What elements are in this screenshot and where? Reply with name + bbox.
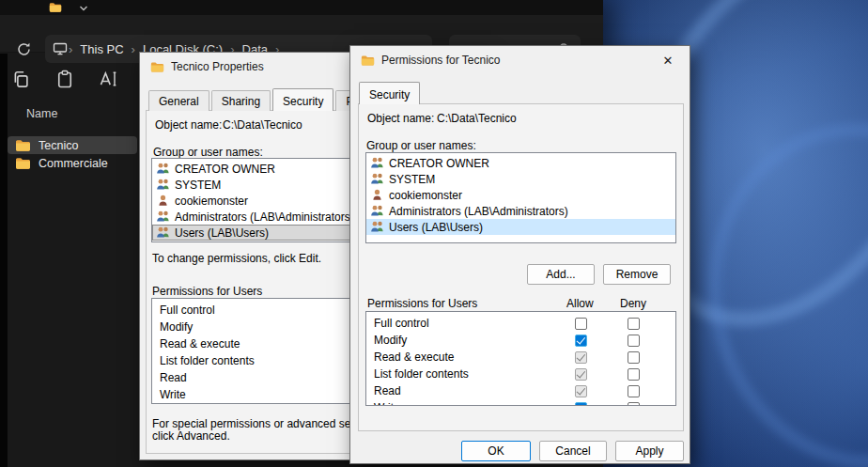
ok-button[interactable]: OK	[461, 441, 531, 461]
permissions-for-users-label: Permissions for Users	[152, 285, 262, 298]
group-icon	[370, 205, 384, 217]
account-name: SYSTEM	[175, 179, 221, 192]
permission-name: Read & execute	[160, 337, 240, 350]
account-name: Administrators (LAB\Administrators)	[175, 210, 354, 224]
account-row[interactable]: cookiemonster	[366, 187, 675, 203]
tab-sharing[interactable]: Sharing	[211, 90, 271, 111]
deny-checkbox[interactable]	[628, 385, 640, 397]
allow-column-header: Allow	[566, 297, 594, 310]
allow-checkbox[interactable]	[575, 368, 587, 381]
deny-checkbox[interactable]	[628, 402, 640, 407]
remove-button[interactable]: Remove	[603, 264, 671, 285]
deny-checkbox[interactable]	[628, 351, 640, 364]
group-user-names-label: Group or user names:	[366, 139, 476, 152]
copy-icon	[11, 70, 30, 88]
window-left-edge	[0, 54, 8, 467]
object-name-value: C:\Data\Tecnico	[223, 118, 302, 132]
permission-name: Modify	[374, 334, 407, 347]
object-name-value: C:\Data\Tecnico	[437, 112, 517, 125]
account-row[interactable]: SYSTEM	[366, 171, 675, 187]
folder-icon	[150, 61, 164, 73]
deny-column-header: Deny	[620, 297, 646, 310]
permission-name: Write	[374, 401, 400, 406]
permission-row: Read	[366, 382, 675, 399]
chevron-down-icon[interactable]	[79, 5, 88, 12]
advanced-hint-line1: For special permissions or advanced sett…	[152, 417, 372, 430]
group-icon	[156, 226, 170, 239]
object-name-label: Object name:	[367, 112, 434, 125]
edit-hint-text: To change permissions, click Edit.	[152, 252, 321, 265]
group-user-names-label: Group or user names:	[153, 146, 263, 159]
paste-icon	[55, 70, 74, 88]
account-name: Administrators (LAB\Administrators)	[389, 205, 568, 218]
account-row[interactable]: CREATOR OWNER	[366, 155, 675, 171]
permission-name: Write	[160, 388, 186, 401]
apply-button[interactable]: Apply	[615, 441, 684, 461]
tab-general[interactable]: General	[148, 90, 209, 111]
file-row-commerciale[interactable]: Commerciale	[8, 154, 137, 172]
deny-checkbox[interactable]	[628, 368, 640, 381]
account-name: SYSTEM	[389, 173, 435, 186]
column-header-name[interactable]: Name	[26, 107, 57, 120]
folder-icon	[15, 157, 31, 170]
allow-checkbox[interactable]	[575, 402, 587, 407]
close-icon: ✕	[663, 54, 674, 68]
explorer-tab-strip	[0, 0, 603, 15]
account-row[interactable]: Administrators (LAB\Administrators)	[366, 203, 675, 219]
permission-name: List folder contents	[374, 367, 469, 381]
account-name: Users (LAB\Users)	[175, 226, 269, 240]
permissions-checkbox-list[interactable]: Full control Modify Read & execute List …	[365, 311, 676, 406]
permission-row-partial: Write	[366, 399, 675, 406]
file-name: Commerciale	[39, 157, 108, 170]
group-icon	[370, 173, 384, 185]
tab-folder-icon	[49, 2, 62, 13]
deny-checkbox[interactable]	[628, 318, 640, 330]
allow-checkbox[interactable]	[575, 385, 587, 397]
permission-name: Modify	[160, 320, 193, 334]
rename-icon	[99, 70, 119, 88]
add-button[interactable]: Add...	[527, 264, 595, 285]
copy-button[interactable]	[8, 66, 34, 92]
allow-checkbox[interactable]	[575, 318, 587, 330]
account-name: Users (LAB\Users)	[389, 221, 483, 234]
permission-row: Read & execute	[366, 349, 675, 366]
user-icon	[370, 189, 384, 201]
permission-name: Read	[160, 371, 187, 384]
group-icon	[156, 163, 170, 175]
permissions-dialog: Permissions for Tecnico ✕ Security Objec…	[349, 45, 690, 464]
tab-security[interactable]: Security	[359, 82, 420, 104]
permissions-for-users-label: Permissions for Users	[367, 297, 477, 310]
paste-button[interactable]	[52, 66, 78, 92]
group-user-list[interactable]: CREATOR OWNER SYSTEM cookiemonster Admin…	[365, 152, 676, 243]
group-icon	[156, 210, 170, 223]
permission-row: List folder contents	[366, 366, 675, 382]
advanced-hint-line2: click Advanced.	[152, 429, 230, 443]
permission-name: Read & execute	[374, 350, 454, 364]
account-row-selected[interactable]: Users (LAB\Users)	[366, 219, 675, 235]
rename-button[interactable]	[96, 66, 122, 92]
permissions-tabs: Security	[359, 84, 422, 104]
object-name-label: Object name:	[155, 118, 222, 132]
account-name: CREATOR OWNER	[389, 157, 489, 170]
allow-checkbox[interactable]	[575, 335, 587, 347]
account-name: cookiemonster	[389, 189, 462, 202]
account-name: CREATOR OWNER	[175, 163, 275, 176]
permissions-dialog-titlebar: Permissions for Tecnico	[350, 46, 690, 74]
group-icon	[370, 221, 384, 233]
group-icon	[156, 179, 170, 191]
dialog-title: Permissions for Tecnico	[381, 54, 501, 67]
group-icon	[370, 157, 384, 169]
folder-icon	[361, 54, 375, 67]
permission-row: Full control	[366, 315, 675, 332]
file-row-tecnico[interactable]: Tecnico	[8, 136, 137, 154]
screen: › This PC › Local Disk (C:) › Data ›	[0, 0, 868, 467]
cancel-button[interactable]: Cancel	[539, 441, 607, 461]
permission-name: Read	[374, 384, 401, 397]
close-button[interactable]: ✕	[646, 46, 690, 74]
folder-icon	[15, 139, 31, 152]
allow-checkbox[interactable]	[575, 351, 587, 364]
tab-security[interactable]: Security	[272, 88, 333, 111]
account-name: cookiemonster	[175, 195, 248, 208]
deny-checkbox[interactable]	[628, 335, 640, 347]
file-name: Tecnico	[39, 139, 78, 152]
